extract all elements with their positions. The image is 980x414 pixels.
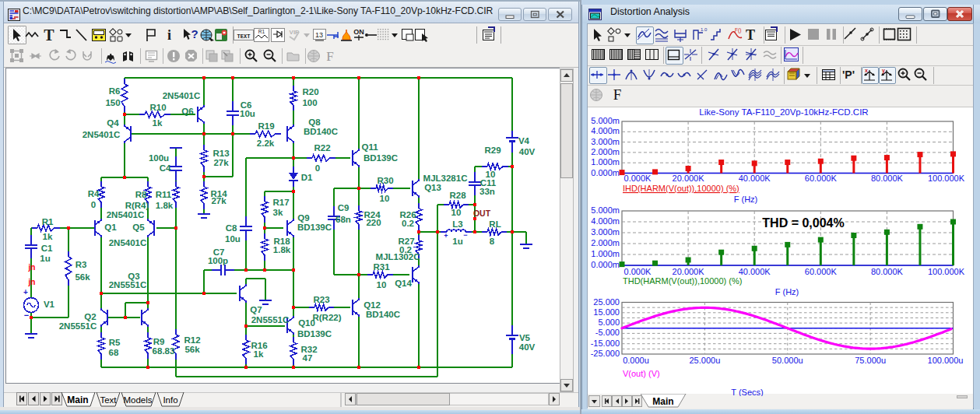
svg-text:R10: R10	[149, 103, 166, 112]
svg-text:10: 10	[451, 208, 462, 217]
svg-text:BD139C: BD139C	[297, 223, 332, 232]
svg-text:-5.000: -5.000	[595, 328, 620, 337]
svg-text:0.000m: 0.000m	[591, 260, 620, 269]
svg-text:+: +	[23, 288, 28, 296]
svg-text:2N5401C: 2N5401C	[109, 238, 147, 247]
svg-text:BD140C: BD140C	[366, 310, 400, 319]
svg-text:R8: R8	[135, 190, 147, 199]
svg-text:1.000m: 1.000m	[591, 157, 620, 167]
svg-text:100.000K: 100.000K	[928, 174, 965, 183]
svg-text:R20: R20	[302, 87, 318, 96]
svg-text:Q14: Q14	[395, 279, 412, 288]
svg-text:25.000u: 25.000u	[689, 356, 720, 365]
svg-text:15.000: 15.000	[593, 307, 620, 317]
svg-text:Q11: Q11	[361, 142, 378, 152]
svg-text:10u: 10u	[225, 234, 241, 244]
svg-text:0: 0	[91, 200, 96, 209]
svg-text:1k: 1k	[153, 118, 163, 128]
svg-text:20.000K: 20.000K	[673, 174, 705, 183]
svg-text:68.83: 68.83	[153, 346, 175, 356]
svg-text:Text: Text	[100, 395, 117, 405]
svg-text:jn: jn	[28, 278, 36, 286]
svg-text:jn: jn	[28, 263, 36, 272]
svg-text:F: F	[326, 49, 333, 64]
svg-text:68: 68	[109, 348, 119, 357]
svg-text:20.000K: 20.000K	[673, 267, 705, 276]
svg-text:R12: R12	[184, 335, 200, 345]
svg-text:BD139C: BD139C	[364, 153, 398, 163]
svg-text:3.000m: 3.000m	[591, 227, 620, 237]
svg-text:100.000u: 100.000u	[928, 356, 964, 365]
svg-text:2.000m: 2.000m	[591, 238, 620, 247]
svg-text:40V: 40V	[519, 147, 536, 156]
svg-text:27k: 27k	[211, 196, 227, 205]
svg-text:R22: R22	[314, 143, 330, 153]
svg-text:40V: 40V	[519, 342, 536, 352]
svg-text:?: ?	[191, 27, 198, 40]
svg-text:C4: C4	[160, 163, 171, 173]
svg-text:V1: V1	[44, 300, 55, 309]
svg-text:ON: ON	[353, 28, 364, 36]
svg-text:0.000K: 0.000K	[624, 174, 652, 183]
svg-text:THD = 0,004%: THD = 0,004%	[762, 216, 844, 230]
svg-text:10: 10	[377, 280, 387, 289]
svg-text:R4: R4	[88, 189, 100, 198]
svg-text:75.000u: 75.000u	[855, 356, 886, 365]
svg-text:R3: R3	[76, 260, 87, 269]
svg-text:i: i	[167, 27, 171, 43]
svg-text:Q5: Q5	[132, 223, 145, 232]
svg-text:IHD(HARM(V(out)),10000) (%): IHD(HARM(V(out)),10000) (%)	[623, 184, 739, 193]
svg-text:2N5401C: 2N5401C	[107, 210, 145, 219]
svg-text:Main: Main	[652, 396, 673, 407]
svg-text:2N5551C: 2N5551C	[59, 321, 97, 331]
svg-text:3k: 3k	[273, 208, 283, 217]
svg-text:56k: 56k	[184, 345, 200, 354]
svg-text:R(R22): R(R22)	[312, 313, 341, 322]
svg-text:MJL3281C: MJL3281C	[423, 174, 468, 183]
svg-text:THD(HARM(V(out)),10000) (%): THD(HARM(V(out)),10000) (%)	[623, 276, 742, 286]
svg-text:2N5551C: 2N5551C	[109, 280, 147, 289]
svg-text:D1: D1	[301, 173, 313, 182]
svg-text:2N5401C: 2N5401C	[83, 130, 121, 139]
svg-text:x: x	[865, 68, 868, 73]
svg-text:R17: R17	[272, 198, 289, 207]
svg-text:R5: R5	[109, 338, 121, 347]
svg-text:R30: R30	[377, 176, 393, 185]
svg-text:C1: C1	[41, 244, 53, 253]
svg-text:L3: L3	[452, 219, 462, 229]
svg-text:R(R4): R(R4)	[125, 201, 149, 210]
svg-text:−: −	[24, 310, 29, 320]
svg-text:10u: 10u	[240, 109, 255, 118]
svg-text:T: T	[746, 27, 755, 43]
svg-text:5.000: 5.000	[598, 318, 620, 327]
svg-text:Q10: Q10	[298, 318, 315, 328]
svg-text:C8: C8	[226, 223, 237, 233]
svg-text:MJL1302C: MJL1302C	[376, 252, 420, 261]
svg-text:4.000m: 4.000m	[591, 216, 620, 226]
svg-text:100: 100	[302, 98, 317, 107]
svg-text:0.000m: 0.000m	[591, 168, 620, 177]
svg-text:2.2k: 2.2k	[257, 139, 275, 148]
svg-text:33n: 33n	[479, 187, 495, 196]
svg-text:50.000u: 50.000u	[772, 356, 803, 365]
svg-text:0: 0	[315, 163, 320, 173]
svg-text:TEXT: TEXT	[237, 33, 251, 40]
svg-text:10: 10	[380, 194, 390, 203]
svg-text:Like-Sony TA-F110_20Vp-10kHz-F: Like-Sony TA-F110_20Vp-10kHz-FCD.CIR	[699, 108, 868, 117]
svg-text:F (Hz): F (Hz)	[734, 195, 758, 204]
svg-text:4.000m: 4.000m	[591, 126, 620, 135]
svg-text:40.000K: 40.000K	[739, 174, 771, 183]
svg-text:Q12: Q12	[364, 300, 381, 310]
svg-text:V4: V4	[518, 136, 530, 146]
svg-text:R19: R19	[258, 121, 274, 131]
svg-text:R31: R31	[373, 262, 390, 272]
svg-text:0.2: 0.2	[402, 219, 414, 228]
svg-text:5.000m: 5.000m	[591, 205, 620, 215]
svg-text:'P': 'P'	[842, 68, 855, 81]
svg-text:2.000m: 2.000m	[591, 147, 620, 156]
svg-text:60.000K: 60.000K	[805, 267, 838, 276]
svg-text:R9: R9	[153, 337, 165, 346]
svg-text:-15.000: -15.000	[591, 339, 620, 348]
svg-text:Q1: Q1	[104, 223, 117, 232]
svg-text:100.000K: 100.000K	[928, 267, 965, 276]
